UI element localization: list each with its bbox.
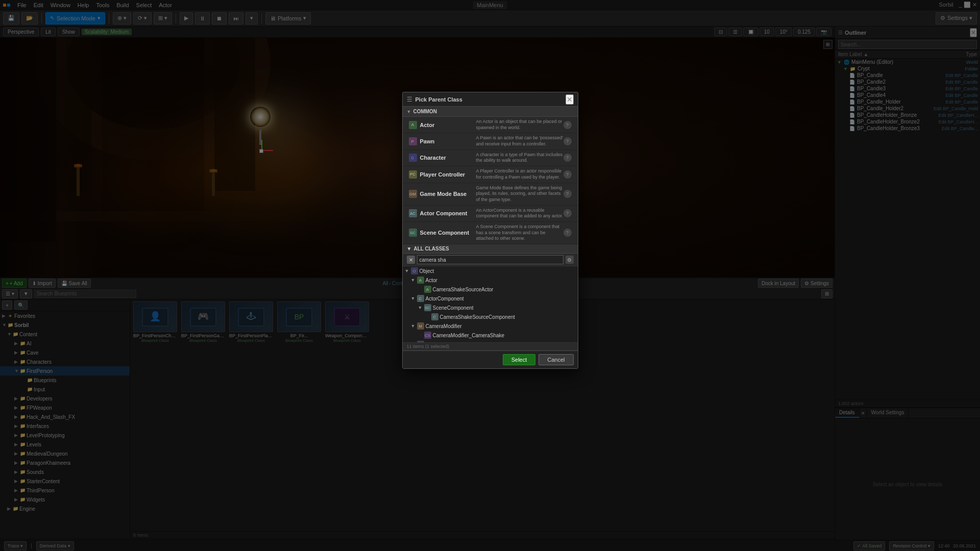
all-classes-header[interactable]: ▼ ALL CLASSES bbox=[403, 244, 578, 254]
actor-desc: An Actor is an object that can be placed… bbox=[476, 119, 564, 131]
modal-titlebar: ☰ Pick Parent Class ✕ bbox=[403, 92, 578, 107]
character-desc: A character is a type of Pawn that inclu… bbox=[476, 152, 564, 164]
cancel-btn[interactable]: Cancel bbox=[538, 354, 573, 365]
scenecomponent-name: Scene Component bbox=[420, 230, 476, 236]
object-tree-label: Object bbox=[420, 268, 576, 274]
scenecomp-icon: SC bbox=[409, 229, 417, 237]
pick-parent-class-modal: ☰ Pick Parent Class ✕ ▼ COMMON A Actor A… bbox=[402, 92, 578, 369]
expand-tree-scenecomp: ▼ bbox=[418, 305, 424, 310]
character-name: Character bbox=[420, 155, 476, 161]
pawn-desc: A Pawn is an actor that can be 'possesse… bbox=[476, 135, 564, 147]
actorcomponent-name: Actor Component bbox=[420, 210, 476, 216]
actor-tree-label: Actor bbox=[426, 278, 576, 283]
actor-tree-icon: A bbox=[417, 277, 424, 284]
camerashake-actor-icon: A bbox=[424, 286, 431, 293]
character-help-btn[interactable]: ? bbox=[564, 154, 572, 162]
common-label: COMMON bbox=[413, 109, 437, 114]
filter-settings-btn[interactable]: ⚙ bbox=[566, 256, 574, 264]
controller-icon: PC bbox=[409, 170, 417, 179]
pawn-name: Pawn bbox=[420, 138, 476, 144]
pawn-help-btn[interactable]: ? bbox=[564, 137, 572, 145]
common-item-character[interactable]: C Character A character is a type of Paw… bbox=[403, 150, 578, 166]
object-tree-icon: O bbox=[411, 267, 418, 274]
cameramod-cs-label: CameraModifier_CameraShake bbox=[433, 333, 576, 338]
clear-search-btn[interactable]: ✕ bbox=[407, 256, 415, 264]
tree-scenecomponent[interactable]: ▼ SC SceneComponent bbox=[403, 303, 578, 312]
modal-title: Pick Parent Class bbox=[415, 96, 566, 103]
tree-object[interactable]: ▼ O Object bbox=[403, 266, 578, 276]
common-item-actorcomponent[interactable]: AC Actor Component An ActorComponent is … bbox=[403, 206, 578, 222]
common-item-pawn[interactable]: P Pawn A Pawn is an actor that can be 'p… bbox=[403, 133, 578, 149]
search-filter-row: ✕ ⚙ bbox=[403, 254, 578, 266]
gamemodebase-name: Game Mode Base bbox=[420, 191, 476, 197]
scenecomponent-desc: A Scene Component is a component that ha… bbox=[476, 224, 564, 242]
tree-camerashake-sourcecomp[interactable]: C CameraShakeSourceComponent bbox=[403, 312, 578, 321]
camerashake-comp-label: CameraShakeSourceComponent bbox=[440, 314, 576, 320]
playercontroller-desc: A Player Controller is an actor responsi… bbox=[476, 168, 564, 180]
select-btn[interactable]: Select bbox=[503, 354, 536, 365]
tree-actorcomponent[interactable]: ▼ C ActorComponent bbox=[403, 294, 578, 303]
common-items-list: A Actor An Actor is an object that can b… bbox=[403, 117, 578, 244]
expand-tree-actorcomp: ▼ bbox=[411, 296, 417, 301]
camerashake-comp-icon: C bbox=[431, 313, 438, 320]
tree-cameramod-camerashake[interactable]: CS CameraModifier_CameraShake bbox=[403, 331, 578, 340]
modal-close-btn[interactable]: ✕ bbox=[566, 94, 574, 105]
common-item-playercontroller[interactable]: PC Player Controller A Player Controller… bbox=[403, 166, 578, 183]
gamemode-icon: GM bbox=[409, 190, 417, 198]
actorcomponent-desc: An ActorComponent is a reusable componen… bbox=[476, 208, 564, 219]
camerashake-actor-label: CameraShakeSourceActor bbox=[433, 287, 576, 292]
cameramod-tree-icon: M bbox=[417, 322, 424, 330]
scenecomp-tree-icon: SC bbox=[424, 304, 431, 311]
scenecomponent-help-btn[interactable]: ? bbox=[564, 229, 572, 237]
tree-actor[interactable]: ▼ A Actor bbox=[403, 276, 578, 285]
expand-object: ▼ bbox=[405, 268, 411, 273]
actor-icon: A bbox=[409, 121, 417, 129]
items-count-label: 11 items (1 selected) bbox=[403, 343, 578, 350]
common-arrow: ▼ bbox=[407, 109, 411, 114]
pawn-icon: P bbox=[409, 137, 417, 145]
gamemodebase-help-btn[interactable]: ? bbox=[564, 190, 572, 198]
actorcomponent-help-btn[interactable]: ? bbox=[564, 209, 572, 217]
tree-camerashakesource-actor[interactable]: A CameraShakeSourceActor bbox=[403, 285, 578, 294]
actorcomp-tree-label: ActorComponent bbox=[426, 296, 576, 302]
cameramod-cs-icon: CS bbox=[424, 332, 431, 339]
modal-footer: Select Cancel bbox=[403, 350, 578, 368]
playercontroller-name: Player Controller bbox=[420, 171, 476, 178]
modal-overlay: ☰ Pick Parent Class ✕ ▼ COMMON A Actor A… bbox=[0, 0, 980, 551]
all-classes-label: ALL CLASSES bbox=[413, 246, 449, 252]
common-item-gamemodebase[interactable]: GM Game Mode Base Game Mode Base defines… bbox=[403, 183, 578, 206]
common-item-scenecomponent[interactable]: SC Scene Component A Scene Component is … bbox=[403, 222, 578, 244]
common-item-actor[interactable]: A Actor An Actor is an object that can b… bbox=[403, 117, 578, 133]
class-search-input[interactable] bbox=[417, 255, 564, 264]
modal-icon: ☰ bbox=[407, 96, 412, 103]
gamemodebase-desc: Game Mode Base defines the game being pl… bbox=[476, 185, 564, 203]
tree-cameramodifier[interactable]: ▼ M CameraModifier bbox=[403, 321, 578, 331]
scenecomp-tree-label: SceneComponent bbox=[433, 305, 576, 311]
actor-name: Actor bbox=[420, 122, 476, 128]
cameramod-tree-label: CameraModifier bbox=[426, 323, 576, 329]
expand-tree-actor: ▼ bbox=[411, 278, 417, 283]
actor-help-btn[interactable]: ? bbox=[564, 121, 572, 129]
playercontroller-help-btn[interactable]: ? bbox=[564, 170, 572, 179]
common-section-header[interactable]: ▼ COMMON bbox=[403, 107, 578, 117]
actorcomp-tree-icon: C bbox=[417, 295, 424, 302]
all-classes-arrow: ▼ bbox=[407, 246, 412, 252]
expand-cameramod: ▼ bbox=[411, 323, 417, 329]
actorcomp-icon: AC bbox=[409, 209, 417, 217]
class-tree: ▼ O Object ▼ A Actor A CameraShakeSource… bbox=[403, 266, 578, 343]
character-icon: C bbox=[409, 154, 417, 162]
